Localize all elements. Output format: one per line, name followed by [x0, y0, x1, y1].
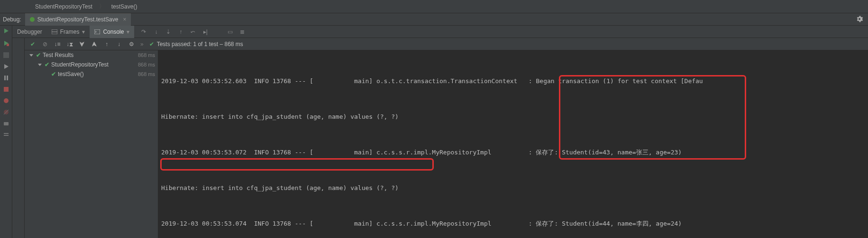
tree-method-label: testSave() [58, 71, 84, 77]
expand-all-icon[interactable]: ⮟ [77, 39, 87, 49]
pass-icon: ✔ [51, 71, 56, 77]
test-side-gutter [12, 38, 25, 238]
tab-console[interactable]: Console ▾ [90, 26, 134, 38]
tree-root-label: Test Results [43, 52, 73, 58]
tree-root-dur: 868 ms [138, 52, 155, 58]
pause-icon[interactable] [3, 75, 9, 81]
breadcrumb-method[interactable]: testSave() [105, 3, 144, 10]
stop-icon[interactable] [3, 86, 9, 92]
console-line: 2019-12-03 00:53:52.603 INFO 13768 --- [… [161, 75, 865, 87]
prev-failed-icon[interactable]: ↑ [101, 39, 112, 49]
evaluate-icon[interactable]: ▭ [225, 27, 235, 37]
mute-breakpoints-icon[interactable] [3, 109, 9, 115]
gear-icon[interactable] [856, 15, 863, 23]
sort-duration-icon[interactable]: ↓⧗ [64, 39, 75, 49]
run-config-tab[interactable]: StudentRepositoryTest.testSave × [25, 13, 131, 26]
show-ignored-icon[interactable]: ⊘ [40, 39, 50, 49]
svg-rect-0 [7, 44, 9, 46]
next-failed-icon[interactable]: ↓ [114, 39, 124, 49]
debug-side-toolbar [0, 26, 12, 238]
console-line: Hibernate: insert into cfq_jpa_student (… [161, 111, 865, 123]
console-dropdown-icon[interactable]: ▾ [127, 29, 129, 35]
tab-console-label: Console [103, 29, 124, 35]
trace-icon[interactable]: ≣ [238, 27, 247, 37]
pass-icon: ✔ [36, 52, 41, 58]
tab-frames-label: Frames [60, 29, 80, 35]
rerun-icon[interactable] [3, 28, 9, 34]
breadcrumb-class[interactable]: StudentRepositoryTest [28, 3, 99, 10]
tests-summary: ✔ Tests passed: 1 of 1 test – 868 ms [149, 41, 243, 48]
tree-class[interactable]: ✔ StudentRepositoryTest 868 ms [25, 60, 158, 69]
settings-icon[interactable] [3, 132, 9, 138]
svg-rect-8 [4, 135, 9, 136]
annotation-class-highlight [160, 158, 434, 171]
svg-rect-6 [4, 122, 9, 125]
toggle-autotest-icon[interactable] [3, 52, 9, 58]
frames-dropdown-icon[interactable]: ▾ [82, 29, 85, 35]
sort-alpha-icon[interactable]: ↓≡ [52, 39, 63, 49]
debug-icon [30, 17, 35, 22]
close-tab-icon[interactable]: × [123, 16, 126, 23]
console-output[interactable]: 2019-12-03 00:53:52.603 INFO 13768 --- [… [158, 50, 868, 238]
tests-passed-count: 1 of 1 [193, 41, 207, 48]
breadcrumb-separator: 〉 [99, 2, 105, 10]
debugger-tabs: Debugger Frames ▾ Console ▾ ↷ ↓ ⇣ [12, 26, 868, 38]
svg-rect-11 [94, 29, 100, 34]
svg-rect-2 [4, 87, 9, 92]
tree-method[interactable]: ✔ testSave() 868 ms [25, 69, 158, 79]
tests-passed-prefix: Tests passed: [157, 41, 192, 48]
show-passed-icon[interactable]: ✔ [27, 39, 38, 49]
debug-header: Debug: StudentRepositoryTest.testSave × [0, 13, 868, 26]
camera-icon[interactable] [3, 121, 9, 126]
check-icon: ✔ [149, 41, 154, 48]
svg-rect-7 [4, 133, 9, 134]
tab-frames[interactable]: Frames ▾ [47, 26, 90, 38]
console-line: Hibernate: insert into cfq_jpa_student (… [161, 182, 865, 194]
tests-passed-suffix: test [209, 41, 218, 48]
resume-icon[interactable] [3, 64, 9, 69]
debug-label: Debug: [0, 16, 25, 23]
view-breakpoints-icon[interactable] [3, 98, 9, 104]
run-config-name: StudentRepositoryTest.testSave [37, 16, 119, 23]
collapse-icon[interactable] [38, 64, 42, 66]
tree-class-label: StudentRepositoryTest [51, 61, 109, 68]
step-over-icon[interactable]: ↷ [139, 27, 148, 37]
collapse-all-icon[interactable]: ⮝ [89, 39, 100, 49]
test-gear-icon[interactable]: ⚙ [126, 39, 137, 49]
tests-total-duration: 868 ms [224, 41, 243, 48]
tree-method-dur: 868 ms [138, 71, 155, 77]
force-step-into-icon[interactable]: ⇣ [164, 27, 173, 37]
expand-toolbar-icon[interactable]: » [138, 41, 146, 48]
tab-debugger-label: Debugger [17, 29, 42, 35]
step-out-icon[interactable]: ↑ [176, 27, 185, 37]
console-icon [94, 29, 100, 34]
svg-point-3 [4, 98, 9, 103]
step-into-icon[interactable]: ↓ [151, 27, 161, 37]
drop-frame-icon[interactable]: ⤺ [188, 27, 198, 37]
tree-root[interactable]: ✔ Test Results 868 ms [25, 50, 158, 60]
test-tree[interactable]: ✔ Test Results 868 ms ✔ StudentRepositor… [25, 50, 158, 238]
frames-icon [52, 29, 57, 34]
console-line: 2019-12-03 00:53:53.074 INFO 13768 --- [… [161, 218, 865, 229]
rerun-failed-icon[interactable] [3, 40, 9, 47]
collapse-icon[interactable] [29, 54, 33, 57]
breadcrumb-bar: StudentRepositoryTest 〉 testSave() [0, 0, 868, 13]
run-to-cursor-icon[interactable]: ▸| [201, 27, 210, 37]
console-line: 2019-12-03 00:53:53.072 INFO 13768 --- [… [161, 146, 865, 158]
test-toolbar: ✔ ⊘ ↓≡ ↓⧗ ⮟ ⮝ ↑ ↓ ⚙ » ✔ Tests passed: 1 … [25, 38, 868, 50]
tree-class-dur: 868 ms [138, 62, 155, 67]
svg-rect-1 [3, 52, 9, 58]
pass-icon: ✔ [45, 61, 49, 68]
tab-debugger[interactable]: Debugger [12, 26, 47, 38]
